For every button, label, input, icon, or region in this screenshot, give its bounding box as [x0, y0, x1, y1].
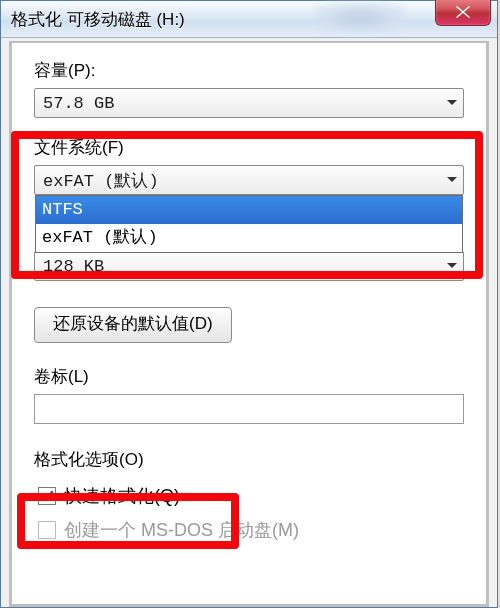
allocation-group: 128 KB: [34, 251, 464, 281]
capacity-group: 容量(P): 57.8 GB: [34, 59, 464, 118]
allocation-combobox[interactable]: 128 KB: [34, 251, 464, 281]
volume-label-label: 卷标(L): [34, 365, 464, 388]
msdos-boot-label: 创建一个 MS-DOS 启动盘(M): [64, 518, 299, 542]
restore-defaults-group: 还原设备的默认值(D): [34, 307, 464, 343]
format-options-group: 格式化选项(O) 快速格式化(Q) 创建一个 MS-DOS 启动盘(M): [34, 448, 464, 543]
quick-format-label: 快速格式化(Q): [64, 484, 180, 508]
chevron-down-icon: [441, 166, 463, 194]
chevron-down-icon: [441, 252, 463, 280]
close-icon: [455, 5, 471, 19]
titlebar: 格式化 可移动磁盘 (H:): [1, 1, 497, 38]
format-dialog-window: 格式化 可移动磁盘 (H:) 容量(P): 57.8 GB 文件系统(F) ex…: [0, 0, 498, 608]
titlebar-glass-blur: [315, 3, 405, 33]
check-icon: [40, 489, 54, 503]
dialog-client-area: 容量(P): 57.8 GB 文件系统(F) exFAT (默认) NTFS e…: [9, 41, 489, 607]
format-options-label: 格式化选项(O): [34, 448, 464, 471]
msdos-boot-checkbox: [38, 521, 56, 539]
quick-format-row[interactable]: 快速格式化(Q): [34, 483, 464, 509]
restore-defaults-button[interactable]: 还原设备的默认值(D): [34, 307, 232, 343]
filesystem-label: 文件系统(F): [34, 136, 464, 159]
msdos-boot-row: 创建一个 MS-DOS 启动盘(M): [34, 517, 464, 543]
window-title: 格式化 可移动磁盘 (H:): [11, 8, 185, 31]
filesystem-dropdown-list: NTFS exFAT (默认): [35, 195, 463, 253]
volume-label-input[interactable]: [34, 394, 464, 424]
close-button[interactable]: [435, 0, 491, 26]
filesystem-value: exFAT (默认): [35, 169, 441, 192]
capacity-label: 容量(P):: [34, 59, 464, 82]
capacity-value: 57.8 GB: [35, 94, 441, 113]
quick-format-checkbox[interactable]: [38, 487, 56, 505]
chevron-down-icon: [441, 89, 463, 117]
filesystem-group: 文件系统(F) exFAT (默认) NTFS exFAT (默认): [34, 136, 464, 195]
capacity-combobox[interactable]: 57.8 GB: [34, 88, 464, 118]
volume-label-group: 卷标(L): [34, 365, 464, 424]
allocation-value: 128 KB: [35, 257, 441, 276]
filesystem-option-exfat[interactable]: exFAT (默认): [36, 224, 462, 252]
filesystem-option-ntfs[interactable]: NTFS: [36, 196, 462, 224]
filesystem-combobox[interactable]: exFAT (默认) NTFS exFAT (默认): [34, 165, 464, 195]
